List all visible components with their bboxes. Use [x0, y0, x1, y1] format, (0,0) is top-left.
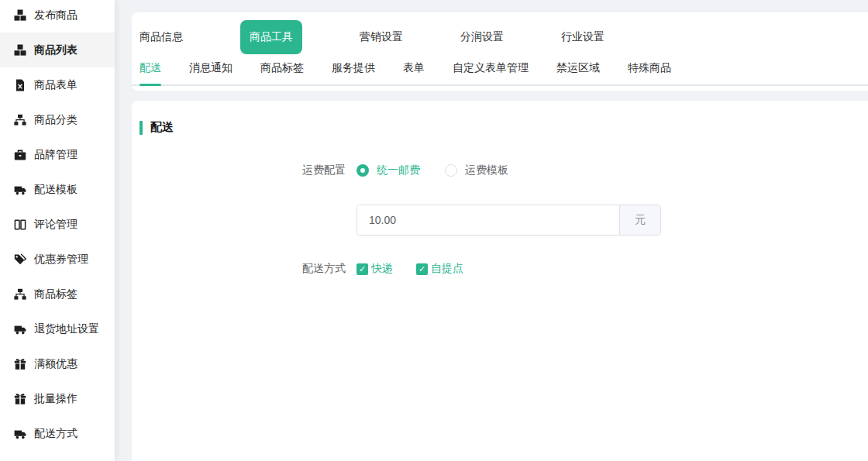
sidebar-item-coupon-management[interactable]: 优惠券管理	[0, 242, 115, 277]
sidebar-item-delivery-template[interactable]: 配送模板	[0, 172, 115, 207]
sidebar-item-product-list[interactable]: 商品列表	[0, 33, 115, 67]
sidebar-item-label: 评论管理	[34, 218, 78, 232]
sidebar-item-label: 商品标签	[34, 287, 78, 301]
checkbox-pickup-point-label: 自提点	[431, 262, 463, 276]
briefcase-icon	[14, 149, 26, 161]
sidebar-item-label: 商品分类	[34, 113, 78, 127]
sub-tabs: 配送 消息通知 商品标签 服务提供 表单 自定义表单管理 禁运区域 特殊商品	[132, 54, 868, 86]
delivery-method-row: 配送方式 ✓ 快递 ✓ 自提点	[132, 262, 868, 276]
sidebar-item-product-form[interactable]: 商品表单	[0, 67, 115, 102]
truck-icon	[14, 428, 26, 440]
gift-icon	[14, 358, 26, 370]
tabs-panel: 商品信息 商品工具 营销设置 分润设置 行业设置 配送 消息通知 商品标签 服务…	[132, 12, 868, 91]
sidebar-item-label: 优惠券管理	[34, 253, 88, 267]
columns-icon	[14, 218, 26, 231]
sidebar-item-batch-operations[interactable]: 批量操作	[0, 381, 115, 416]
sitemap-icon	[14, 114, 26, 126]
truck-icon	[14, 323, 26, 335]
radio-unified-postage-label: 统一邮费	[377, 163, 420, 177]
section-title-bar	[140, 121, 143, 135]
sidebar-item-label: 退货地址设置	[34, 322, 99, 336]
sidebar-item-full-amount-discount[interactable]: 满额优惠	[0, 346, 115, 381]
delivery-method-checkbox-group: ✓ 快递 ✓ 自提点	[356, 262, 463, 276]
sidebar-item-brand-management[interactable]: 品牌管理	[0, 137, 115, 172]
subtab-service-provision[interactable]: 服务提供	[332, 61, 375, 84]
sidebar-item-return-address-settings[interactable]: 退货地址设置	[0, 311, 115, 346]
sidebar-item-label: 批量操作	[34, 392, 78, 406]
tab-product-info[interactable]: 商品信息	[140, 30, 183, 44]
sidebar-item-label: 配送方式	[34, 427, 78, 441]
postage-fee-input-group: 元	[356, 205, 661, 236]
subtab-product-tags[interactable]: 商品标签	[260, 61, 304, 84]
sidebar-item-comment-management[interactable]: 评论管理	[0, 207, 115, 242]
tab-industry-settings[interactable]: 行业设置	[561, 30, 604, 44]
sidebar-item-label: 满额优惠	[34, 357, 78, 371]
gift-icon	[14, 393, 26, 405]
tab-product-tools[interactable]: 商品工具	[240, 20, 302, 54]
main-area: 商品信息 商品工具 营销设置 分润设置 行业设置 配送 消息通知 商品标签 服务…	[132, 0, 868, 461]
checkbox-express[interactable]: ✓ 快递	[356, 262, 393, 276]
delivery-form: 运费配置 统一邮费 运费模板	[132, 163, 868, 276]
content-panel: 配送 运费配置 统一邮费 运费模板	[132, 101, 868, 461]
sidebar-item-label: 发布商品	[34, 9, 78, 22]
freight-config-row: 运费配置 统一邮费 运费模板	[132, 163, 868, 177]
radio-selected-icon[interactable]	[356, 164, 369, 177]
subtab-custom-form-management[interactable]: 自定义表单管理	[453, 61, 529, 84]
radio-unified-postage[interactable]: 统一邮费	[356, 163, 420, 177]
radio-freight-template[interactable]: 运费模板	[445, 163, 508, 177]
checkbox-checked-icon[interactable]: ✓	[416, 263, 428, 275]
subtab-delivery[interactable]: 配送	[140, 61, 161, 84]
sidebar-item-label: 品牌管理	[34, 148, 78, 162]
cubes-icon	[14, 44, 26, 57]
sidebar-item-product-tags[interactable]: 商品标签	[0, 277, 115, 311]
sidebar: 发布商品 商品列表 商品表单 商品分类 品牌管理 配送模板 评论管理 优惠券管	[0, 0, 115, 461]
section-title: 配送	[140, 101, 868, 135]
sidebar-item-publish-product[interactable]: 发布商品	[0, 0, 115, 33]
radio-unselected-icon[interactable]	[445, 164, 457, 177]
postage-fee-row: 元	[132, 205, 868, 236]
subtab-message-notification[interactable]: 消息通知	[189, 61, 232, 84]
subtab-embargo-area[interactable]: 禁运区域	[556, 61, 600, 84]
subtab-special-products[interactable]: 特殊商品	[628, 61, 671, 84]
main-tabs: 商品信息 商品工具 营销设置 分润设置 行业设置	[132, 20, 868, 54]
postage-fee-input[interactable]	[357, 205, 619, 235]
sitemap-icon	[14, 288, 26, 301]
section-title-text: 配送	[150, 120, 174, 135]
freight-radio-group: 统一邮费 运费模板	[356, 163, 508, 177]
freight-config-label: 运费配置	[132, 163, 346, 177]
postage-fee-unit: 元	[619, 205, 660, 235]
checkbox-pickup-point[interactable]: ✓ 自提点	[416, 262, 463, 276]
sidebar-menu: 发布商品 商品列表 商品表单 商品分类 品牌管理 配送模板 评论管理 优惠券管	[0, 0, 115, 451]
file-x-icon	[14, 79, 26, 91]
sidebar-item-product-category[interactable]: 商品分类	[0, 102, 115, 137]
checkbox-express-label: 快递	[371, 262, 393, 276]
sidebar-item-label: 商品表单	[34, 78, 78, 92]
radio-freight-template-label: 运费模板	[465, 163, 508, 177]
checkbox-checked-icon[interactable]: ✓	[356, 263, 368, 275]
subtab-form[interactable]: 表单	[403, 61, 425, 84]
delivery-method-label: 配送方式	[132, 262, 346, 276]
tab-marketing-settings[interactable]: 营销设置	[360, 30, 403, 44]
truck-icon	[14, 184, 26, 196]
sidebar-item-label: 商品列表	[34, 43, 78, 57]
sidebar-item-delivery-method[interactable]: 配送方式	[0, 416, 115, 451]
tag-icon	[14, 253, 26, 266]
cubes-icon	[14, 9, 26, 22]
tab-profit-settings[interactable]: 分润设置	[460, 30, 504, 44]
sidebar-item-label: 配送模板	[34, 183, 78, 197]
